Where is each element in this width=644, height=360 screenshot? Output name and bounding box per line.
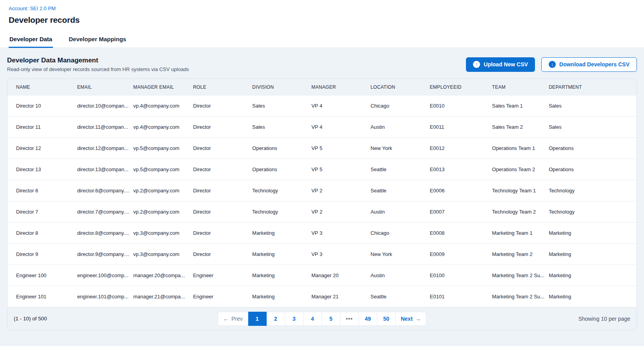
- table-cell: Engineer 101: [14, 294, 75, 300]
- table-cell: Operations: [546, 166, 630, 172]
- table-cell: Operations: [250, 145, 309, 151]
- table-cell: Marketing: [546, 294, 630, 300]
- table-cell: Austin: [368, 209, 428, 215]
- tab-developer-data[interactable]: Developer Data: [9, 31, 53, 48]
- table-row: Engineer 100engineer.100@comp...manager.…: [7, 265, 637, 286]
- prev-label: Prev: [231, 316, 243, 322]
- table-cell: E0013: [428, 166, 490, 172]
- page-button-4[interactable]: 4: [304, 312, 322, 326]
- upload-new-csv-button[interactable]: ↑ Upload New CSV: [466, 57, 535, 72]
- table-cell: Marketing: [250, 251, 309, 257]
- table-cell: Marketing Team 1: [490, 230, 547, 236]
- tab-developer-mappings[interactable]: Developer Mappings: [68, 31, 127, 48]
- table-cell: director.6@company....: [75, 188, 131, 194]
- table-cell: Marketing Team 2 Su...: [490, 294, 547, 300]
- table-cell: Director: [191, 230, 250, 236]
- table-cell: manager.20@compa...: [131, 272, 191, 278]
- table-cell: Director: [191, 209, 250, 215]
- column-header-name: NAME: [14, 84, 75, 90]
- table-cell: vp.4@company.com: [131, 103, 191, 109]
- table-cell: E0101: [428, 294, 490, 300]
- table-cell: E0008: [428, 230, 490, 236]
- table-cell: vp.5@company.com: [131, 166, 191, 172]
- table-cell: Seattle: [368, 188, 428, 194]
- table-cell: Director 8: [14, 230, 75, 236]
- table-row: Director 12director.12@compan...vp.5@com…: [7, 137, 637, 159]
- prev-page-button[interactable]: ←Prev: [218, 312, 248, 326]
- table-cell: Technology: [546, 209, 630, 215]
- section-subtitle: Read-only view of developer records sour…: [7, 66, 189, 72]
- table-cell: Technology: [250, 209, 309, 215]
- table-cell: vp.4@company.com: [131, 124, 191, 130]
- table-cell: VP 4: [309, 103, 368, 109]
- download-developers-csv-button[interactable]: ↓ Download Developers CSV: [541, 57, 637, 72]
- table-cell: Chicago: [368, 230, 428, 236]
- page-button-2[interactable]: 2: [267, 312, 285, 326]
- table-row: Director 7director.7@company....vp.2@com…: [7, 201, 637, 222]
- table-footer: (1 - 10) of 500 ←Prev12345•••4950Next→ S…: [7, 307, 637, 330]
- page-button-49[interactable]: 49: [359, 312, 377, 326]
- table-cell: Marketing Team 2 Su...: [490, 272, 547, 278]
- table-cell: Operations Team 1: [490, 145, 547, 151]
- table-cell: vp.3@company.com: [131, 230, 191, 236]
- page-button-3[interactable]: 3: [285, 312, 304, 326]
- table-cell: VP 3: [309, 230, 368, 236]
- table-cell: Engineer 100: [14, 272, 75, 278]
- table-cell: VP 5: [309, 166, 368, 172]
- table-cell: manager.21@compa...: [131, 294, 191, 300]
- table-cell: Operations: [546, 145, 630, 151]
- next-page-button[interactable]: Next→: [396, 312, 426, 326]
- table-cell: VP 5: [309, 145, 368, 151]
- page-title: Developer records: [9, 15, 635, 25]
- account-link[interactable]: Account: SEI 2.0 PM: [9, 5, 56, 11]
- pagination: ←Prev12345•••4950Next→: [218, 312, 426, 326]
- action-buttons: ↑ Upload New CSV ↓ Download Developers C…: [466, 57, 637, 72]
- page-ellipsis: •••: [340, 312, 359, 326]
- table-row: Director 8director.8@company....vp.3@com…: [7, 222, 637, 243]
- download-icon: ↓: [549, 61, 556, 68]
- table-cell: director.10@compan...: [75, 103, 131, 109]
- column-header-manager: MANAGER: [309, 84, 368, 90]
- table-cell: Marketing: [546, 251, 630, 257]
- table-cell: Sales Team 1: [490, 103, 547, 109]
- table-cell: Engineer: [191, 294, 250, 300]
- page-button-5[interactable]: 5: [322, 312, 340, 326]
- tab-bar: Developer DataDeveloper Mappings: [0, 31, 644, 48]
- table-header-row: NAMEEMAILMANAGER EMAILROLEDIVISIONMANAGE…: [7, 79, 637, 95]
- table-cell: vp.2@company.com: [131, 188, 191, 194]
- page-button-50[interactable]: 50: [377, 312, 396, 326]
- table-cell: VP 2: [309, 209, 368, 215]
- table-cell: Technology Team 1: [490, 188, 547, 194]
- table-cell: Director: [191, 124, 250, 130]
- per-page-label: Showing 10 per page: [579, 316, 630, 322]
- table-cell: Director 9: [14, 251, 75, 257]
- table-cell: vp.2@company.com: [131, 209, 191, 215]
- table-cell: Director: [191, 166, 250, 172]
- table-cell: director.8@company....: [75, 230, 131, 236]
- table-cell: Seattle: [368, 294, 428, 300]
- table-cell: VP 2: [309, 188, 368, 194]
- table-cell: E0010: [428, 103, 490, 109]
- page-button-1[interactable]: 1: [248, 312, 267, 326]
- main-panel: Developer Data Management Read-only view…: [0, 48, 644, 345]
- table-cell: Director: [191, 145, 250, 151]
- table-cell: director.12@compan...: [75, 145, 131, 151]
- table-cell: Seattle: [368, 166, 428, 172]
- table-cell: vp.5@company.com: [131, 145, 191, 151]
- table-cell: Marketing Team 2: [490, 251, 547, 257]
- table-cell: Director: [191, 251, 250, 257]
- download-button-label: Download Developers CSV: [559, 61, 629, 68]
- table-cell: Sales: [250, 103, 309, 109]
- table-row: Director 11director.11@compan...vp.4@com…: [7, 116, 637, 137]
- table-row: Director 9director.9@company....vp.3@com…: [7, 243, 637, 265]
- table-cell: New York: [368, 251, 428, 257]
- table-cell: Technology: [250, 188, 309, 194]
- table-cell: Austin: [368, 124, 428, 130]
- column-header-department: DEPARTMENT: [546, 84, 630, 90]
- table-cell: Technology Team 2: [490, 209, 547, 215]
- section-title: Developer Data Management: [7, 57, 189, 64]
- table-row: Director 13director.13@compan...vp.5@com…: [7, 159, 637, 180]
- section-text: Developer Data Management Read-only view…: [7, 57, 189, 72]
- table-cell: Director 6: [14, 188, 75, 194]
- arrow-right-icon: →: [415, 316, 421, 322]
